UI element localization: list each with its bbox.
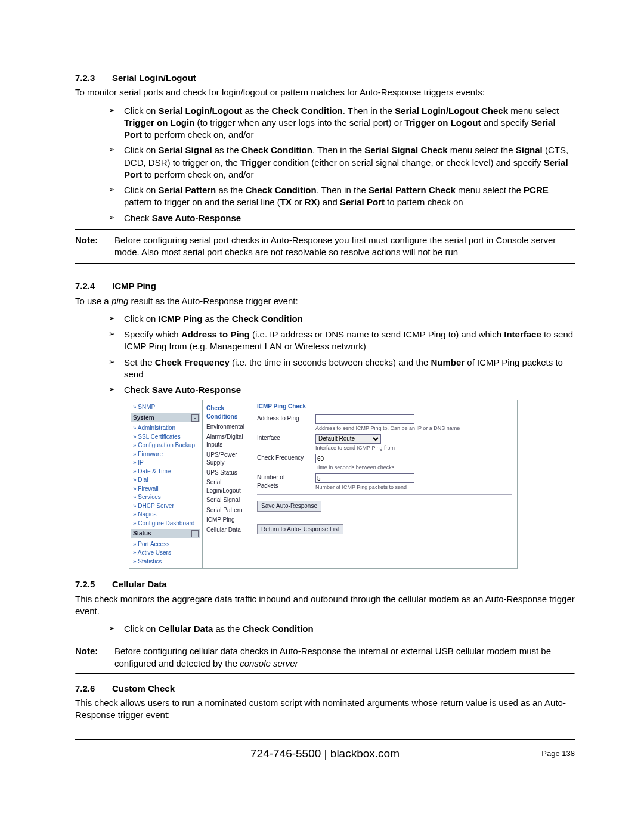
heading-icmp: 7.2.4 ICMP Ping — [75, 280, 575, 292]
sidebar-item[interactable]: Administration — [133, 424, 199, 432]
heading-num: 7.2.6 — [75, 683, 99, 695]
bullet-arrow-icon: ➢ — [109, 212, 117, 224]
note-label: Note: — [75, 234, 103, 259]
serial-step-4: Check Save Auto-Response — [124, 212, 575, 224]
icmp-step-1: Click on ICMP Ping as the Check Conditio… — [124, 313, 575, 325]
cellular-step-1: Click on Cellular Data as the Check Cond… — [124, 623, 575, 635]
sidebar-item[interactable]: Configuration Backup — [133, 441, 199, 450]
custom-intro: This check allows users to run a nominat… — [75, 697, 575, 721]
cellular-note: Note: Before configuring cellular data c… — [75, 645, 575, 670]
check-condition-item[interactable]: UPS/Power Supply — [206, 451, 248, 467]
hint-address: Address to send ICMP Ping to. Can be an … — [315, 425, 512, 432]
address-to-ping-input[interactable] — [315, 414, 414, 424]
heading-cellular: 7.2.5 Cellular Data — [75, 578, 575, 590]
sidebar-item[interactable]: SSL Certificates — [133, 433, 199, 441]
check-condition-item[interactable]: Serial Signal — [206, 496, 248, 504]
bullet-arrow-icon: ➢ — [109, 329, 117, 353]
sidebar-item[interactable]: Dial — [133, 476, 199, 484]
return-button[interactable]: Return to Auto-Response List — [257, 524, 343, 535]
page-footer: 724-746-5500 | blackbox.com Page 138 — [75, 742, 575, 766]
sidebar-item[interactable]: Firewall — [133, 485, 199, 493]
sidebar-item[interactable]: Active Users — [133, 549, 199, 557]
screenshot-check-conditions: Check Conditions EnvironmentalAlarms/Dig… — [203, 400, 252, 568]
sidebar-item[interactable]: Services — [133, 493, 199, 501]
cellular-intro: This check monitors the aggregate data t… — [75, 593, 575, 618]
sidebar-item[interactable]: Configure Dashboard — [133, 519, 199, 528]
sidebar-item[interactable]: Firmware — [133, 450, 199, 459]
number-of-packets-input[interactable] — [315, 473, 414, 483]
bullet-arrow-icon: ➢ — [109, 313, 117, 325]
serial-intro: To monitor serial ports and check for lo… — [75, 86, 575, 98]
sidebar-group-system[interactable]: System– — [131, 413, 200, 423]
interface-select[interactable]: Default Route — [315, 434, 381, 444]
hint-frequency: Time in seconds between checks — [315, 464, 512, 471]
check-condition-item[interactable]: Cellular Data — [206, 526, 248, 534]
divider — [75, 229, 575, 230]
bullet-arrow-icon: ➢ — [109, 105, 117, 141]
heading-title: Serial Login/Logout — [112, 72, 196, 84]
serial-step-1: Click on Serial Login/Logout as the Chec… — [124, 105, 575, 141]
divider — [75, 263, 575, 264]
serial-note: Note: Before configuring serial port che… — [75, 234, 575, 259]
note-body: Before configuring cellular data checks … — [114, 645, 575, 670]
save-auto-response-button[interactable]: Save Auto-Response — [257, 501, 321, 512]
sidebar-group-status[interactable]: Status– — [131, 529, 200, 538]
sidebar-item[interactable]: Nagios — [133, 510, 199, 519]
heading-title: Custom Check — [112, 683, 175, 695]
serial-step-3: Click on Serial Pattern as the Check Con… — [124, 184, 575, 209]
collapse-icon[interactable]: – — [191, 530, 199, 537]
heading-num: 7.2.4 — [75, 280, 99, 292]
sidebar-item[interactable]: SNMP — [133, 403, 199, 411]
sidebar-item[interactable]: DHCP Server — [133, 502, 199, 510]
footer-center: 724-746-5500 | blackbox.com — [75, 746, 575, 761]
heading-title: Cellular Data — [112, 578, 167, 590]
label-number-of-packets: Number ofPackets — [257, 473, 311, 490]
check-condition-item[interactable]: Serial Login/Logout — [206, 478, 248, 494]
heading-custom: 7.2.6 Custom Check — [75, 683, 575, 695]
icmp-step-2: Specify which Address to Ping (i.e. IP a… — [124, 329, 575, 353]
form-title: ICMP Ping Check — [257, 402, 512, 411]
bullet-arrow-icon: ➢ — [109, 357, 117, 381]
icmp-step-3: Set the Check Frequency (i.e. the time i… — [124, 357, 575, 381]
check-condition-item[interactable]: ICMP Ping — [206, 516, 248, 524]
divider — [75, 673, 575, 674]
sidebar-item[interactable]: Date & Time — [133, 467, 199, 476]
hint-interface: Interface to send ICMP Ping from — [315, 444, 512, 451]
label-address-to-ping: Address to Ping — [257, 414, 311, 423]
bullet-arrow-icon: ➢ — [109, 384, 117, 396]
sidebar-item[interactable]: Port Access — [133, 540, 199, 549]
label-interface: Interface — [257, 434, 311, 442]
footer-page: Page 138 — [541, 748, 575, 759]
screenshot-sidebar: SNMP System– AdministrationSSL Certifica… — [129, 400, 203, 568]
icmp-intro: To use a ping result as the Auto-Respons… — [75, 295, 575, 307]
icmp-step-4: Check Save Auto-Response — [124, 384, 575, 396]
bullet-arrow-icon: ➢ — [109, 184, 117, 209]
check-condition-item[interactable]: UPS Status — [206, 469, 248, 477]
heading-num: 7.2.3 — [75, 72, 99, 84]
check-conditions-title: Check Conditions — [206, 404, 248, 420]
serial-step-2: Click on Serial Signal as the Check Cond… — [124, 144, 575, 181]
check-frequency-input[interactable] — [315, 454, 414, 463]
check-condition-item[interactable]: Alarms/Digital Inputs — [206, 433, 248, 449]
note-label: Note: — [75, 645, 103, 670]
screenshot-form: ICMP Ping Check Address to Ping Address … — [252, 400, 517, 568]
divider — [75, 640, 575, 640]
config-screenshot: SNMP System– AdministrationSSL Certifica… — [129, 400, 518, 569]
check-condition-item[interactable]: Serial Pattern — [206, 506, 248, 515]
hint-packets: Number of ICMP Ping packets to send — [315, 484, 512, 491]
sidebar-item[interactable]: Statistics — [133, 558, 199, 566]
bullet-arrow-icon: ➢ — [109, 144, 117, 181]
footer-divider — [75, 739, 575, 740]
note-body: Before configuring serial port checks in… — [114, 234, 575, 259]
check-condition-item[interactable]: Environmental — [206, 423, 248, 431]
heading-serial: 7.2.3 Serial Login/Logout — [75, 72, 575, 84]
sidebar-item[interactable]: IP — [133, 459, 199, 467]
bullet-arrow-icon: ➢ — [109, 623, 117, 635]
label-check-frequency: Check Frequency — [257, 454, 311, 462]
collapse-icon[interactable]: – — [191, 414, 199, 422]
heading-num: 7.2.5 — [75, 578, 99, 590]
heading-title: ICMP Ping — [112, 280, 156, 292]
